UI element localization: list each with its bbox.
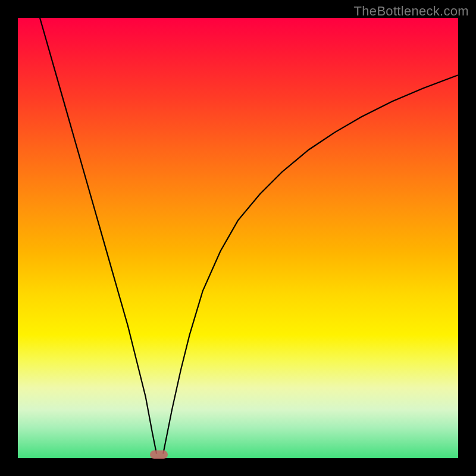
curve-left-branch: [40, 18, 156, 454]
minimum-marker: [150, 450, 168, 459]
watermark-text: TheBottleneck.com: [354, 4, 469, 19]
plot-area: [18, 18, 458, 458]
curve-right-branch: [163, 75, 458, 453]
bottleneck-curve: [18, 18, 458, 458]
